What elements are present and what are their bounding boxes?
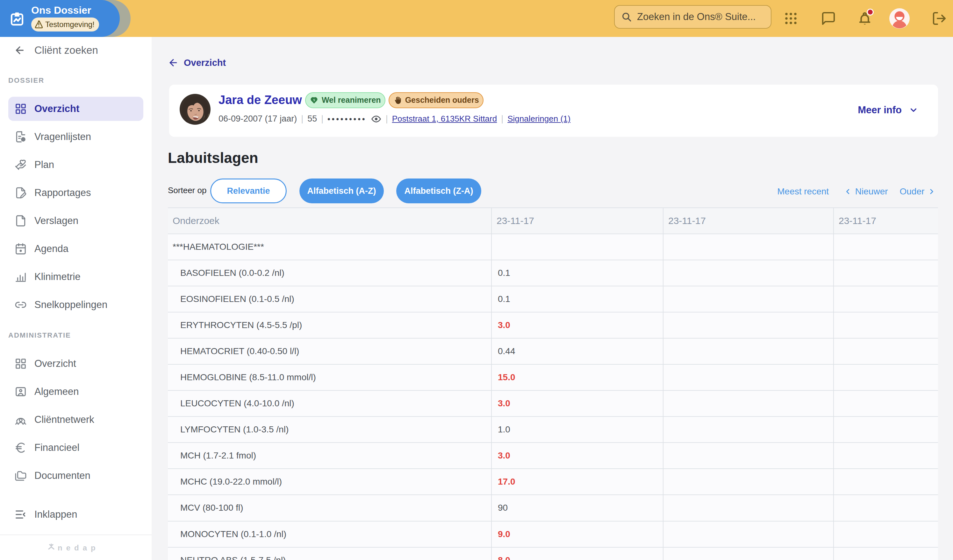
svg-text:nedap: nedap: [57, 543, 99, 552]
svg-text:?: ?: [22, 137, 24, 142]
